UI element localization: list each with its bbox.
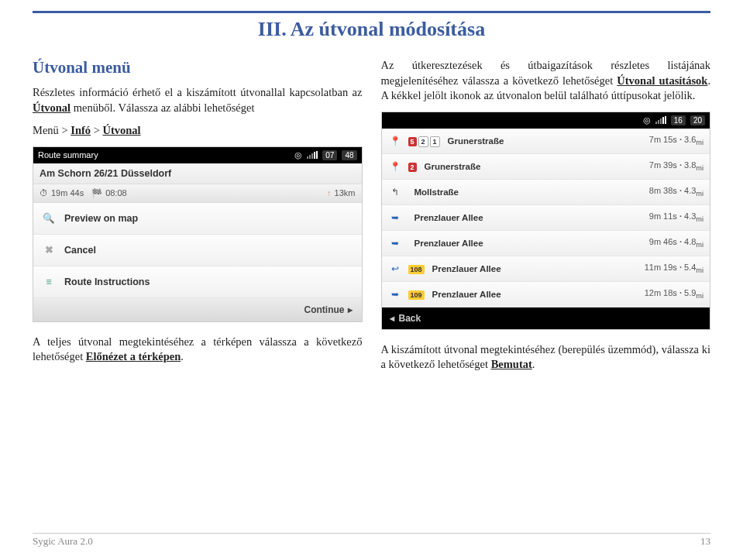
right-column: Az útkeresztezések és útbaigazítások rés… [381,58,711,380]
distance-value: 13km [335,188,356,198]
right-angle-icon: ➥ [388,236,402,250]
flag-icon: 🏁 [91,188,102,198]
breadcrumb-line: Menü > Infó > Útvonal [33,123,363,139]
text: Részletes információ érhető el a kiszámí… [33,86,363,98]
section-heading: Útvonal menü [33,58,363,77]
instructions-list: 📍521Grunerstraße7m 15s · 3.6mi📍2Grunerst… [382,129,710,307]
instruction-row[interactable]: ↩108Prenzlauer Allee11m 19s · 5.4mi [382,256,710,282]
route-badges: 108 [408,264,426,273]
route-summary-screenshot: Route summary ◎ 07 48 Am Schorn 26/21 Dü… [33,146,363,322]
arrow-up-icon: ↑ [327,188,332,198]
label: Cancel [64,245,96,256]
label: Route Instructions [64,277,150,287]
right-paragraph-1: Az útkeresztezések és útbaigazítások rés… [381,58,711,104]
left-angle-icon: ↩ [388,262,402,276]
bemutat-link: Bemutat [491,358,532,370]
instruction-row[interactable]: ➥Prenzlauer Allee9m 46s · 4.8mi [382,231,710,256]
instruction-meta: 12m 18s · 5.9mi [645,288,703,300]
street-name: Prenzlauer Allee [432,290,638,299]
stats-row: ⏱19m 44s 🏁08:08 ↑13km [33,184,362,203]
route-badge: 5 [408,137,417,146]
text: menüből. Válassza az alábbi lehetőséget [71,101,254,114]
route-badges: 2 [408,162,418,171]
back-button[interactable]: ◂ Back [382,307,710,329]
street-name: Grunerstraße [448,136,643,146]
utvonal-link: Útvonal [33,101,71,114]
continue-button[interactable]: Continue ▸ [33,298,362,321]
route-instructions-item[interactable]: ≡ Route Instructions [33,266,362,298]
preview-on-map-item[interactable]: 🔍 Preview on map [33,203,362,235]
duration-stat: ⏱19m 44s [40,188,84,198]
route-instructions-screenshot: Route Instructions ◎ 16 20 📍521Grunerstr… [381,112,711,330]
instruction-row[interactable]: ↰Mollstraße8m 38s · 4.3mi [382,180,710,205]
instruction-row[interactable]: 📍2Grunerstraße7m 39s · 3.8mi [382,154,710,180]
compass-icon: ◎ [643,115,651,125]
instruction-row[interactable]: ➥Prenzlauer Allee9m 11s · 4.3mi [382,205,710,231]
street-name: Prenzlauer Allee [414,213,643,222]
right-angle-icon: ➥ [388,211,402,225]
breadcrumb-utvonal: Útvonal [103,124,141,136]
instruction-row[interactable]: ➥109Prenzlauer Allee12m 18s · 5.9mi [382,282,710,307]
footer-page-number: 13 [700,535,710,548]
signal-icon [655,116,666,124]
route-badges: 109 [408,290,426,299]
footer-left: Sygic Aura 2.0 [33,535,93,548]
preview-link: Előnézet a térképen [86,350,181,362]
breadcrumb-info: Infó [71,124,91,136]
label: Preview on map [64,213,138,224]
status-bar: Route summary ◎ 07 48 [33,147,362,163]
text: . [532,358,535,370]
text: > [91,124,102,136]
turn-left-icon: ↰ [388,185,402,199]
signal-icon [307,151,318,159]
arrival-stat: 🏁08:08 [91,188,127,198]
street-name: Prenzlauer Allee [414,239,643,248]
route-badge: 1 [430,136,440,147]
left-paragraph-2: A teljes útvonal megtekintéséhez a térké… [33,335,363,365]
time-box-1: 16 [671,115,686,125]
instruction-row[interactable]: 📍521Grunerstraße7m 15s · 3.6mi [382,129,710,154]
instruction-meta: 7m 39s · 3.8mi [649,160,703,172]
instruction-meta: 9m 46s · 4.8mi [649,237,703,249]
compass-icon: ◎ [294,150,302,160]
route-badge: 2 [408,163,417,172]
list-icon: ≡ [41,274,57,290]
route-badge: 2 [418,136,428,147]
time-box-2: 48 [342,150,356,160]
clock-icon: ⏱ [40,188,48,198]
chevron-right-icon: ▸ [348,304,353,315]
top-rule [33,11,710,13]
page-title: III. Az útvonal módosítása [33,18,710,41]
pin-icon: 📍 [388,160,402,173]
street-name: Mollstraße [414,187,643,197]
text: . [181,350,184,362]
instruction-meta: 7m 15s · 3.6mi [649,135,703,146]
route-badge: 109 [408,290,425,300]
route-badge: 108 [408,265,425,274]
address-row: Am Schorn 26/21 Düsseldorf [33,163,362,184]
text: A teljes útvonal megtekintéséhez a térké… [33,335,363,363]
time-box-1: 07 [322,150,337,160]
route-badges: 521 [408,136,442,146]
instruction-meta: 11m 19s · 5.4mi [645,263,703,274]
cancel-item[interactable]: ✖ Cancel [33,235,362,266]
magnifier-icon: 🔍 [41,211,57,226]
status-bar: Route Instructions ◎ 16 20 [382,112,710,129]
label: Continue [304,304,345,315]
chevron-left-icon: ◂ [390,313,394,324]
street-name: Prenzlauer Allee [432,264,638,273]
arrival-value: 08:08 [105,188,127,198]
street-name: Grunerstraße [425,162,643,171]
right-angle-icon: ➥ [388,287,402,301]
instruction-meta: 8m 38s · 4.3mi [649,186,703,198]
instructions-link: Útvonal utasítások [617,74,707,87]
left-paragraph-1: Részletes információ érhető el a kiszámí… [33,85,363,115]
content-columns: Útvonal menü Részletes információ érhető… [33,58,710,380]
label: Back [399,313,421,324]
text: Menü > [33,124,71,136]
bottom-rule [33,533,710,534]
text: A kiszámított útvonal megtekintéséhez (b… [381,343,711,371]
pin-icon: 📍 [388,134,402,148]
left-column: Útvonal menü Részletes információ érhető… [33,58,363,380]
status-title: Route summary [38,150,98,160]
